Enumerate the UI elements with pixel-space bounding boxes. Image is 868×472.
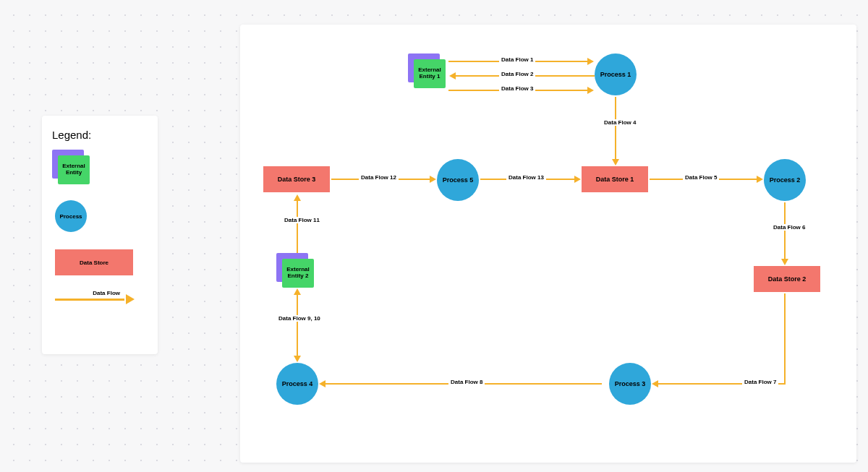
diagram-canvas[interactable]: ExternalEntity 1 Process 1 Data Store 3 …: [240, 25, 856, 463]
node-external-entity-2[interactable]: ExternalEntity 2: [276, 253, 312, 286]
legend-external-entity: ExternalEntity: [52, 150, 88, 183]
flow-11-label: Data Flow 11: [282, 217, 322, 223]
node-external-entity-1-label: ExternalEntity 1: [414, 59, 446, 88]
node-process-3-label: Process 3: [615, 380, 646, 387]
legend-process: Process: [55, 200, 87, 232]
flow-8-label: Data Flow 8: [448, 379, 485, 385]
flow-6-label: Data Flow 6: [771, 224, 807, 231]
node-data-store-3-label: Data Store 3: [278, 176, 316, 183]
flow-1-label: Data Flow 1: [499, 56, 535, 63]
flow-9-10-label: Data Flow 9, 10: [276, 315, 323, 322]
flow-3-label: Data Flow 3: [499, 85, 535, 92]
node-data-store-1[interactable]: Data Store 1: [582, 166, 648, 192]
node-data-store-2[interactable]: Data Store 2: [754, 266, 820, 292]
legend-process-label: Process: [59, 213, 82, 220]
node-process-4[interactable]: Process 4: [276, 363, 318, 405]
node-data-store-2-label: Data Store 2: [768, 275, 807, 283]
legend-data-store: Data Store: [55, 249, 133, 275]
legend-external-entity-label: ExternalEntity: [58, 155, 90, 184]
legend-data-store-label: Data Store: [80, 259, 109, 266]
node-process-4-label: Process 4: [282, 380, 313, 387]
node-process-2[interactable]: Process 2: [764, 159, 806, 201]
flow-12-label: Data Flow 12: [359, 174, 399, 181]
flow-7-label: Data Flow 7: [742, 379, 778, 385]
node-process-1[interactable]: Process 1: [595, 53, 637, 95]
node-external-entity-1[interactable]: ExternalEntity 1: [408, 53, 444, 87]
flow-4-label: Data Flow 4: [602, 119, 638, 126]
node-data-store-3[interactable]: Data Store 3: [263, 166, 330, 192]
flow-2-label: Data Flow 2: [499, 71, 535, 77]
legend-title: Legend:: [52, 129, 148, 141]
node-data-store-1-label: Data Store 1: [596, 176, 634, 183]
legend-data-flow: Data Flow: [55, 293, 135, 306]
flow-13-label: Data Flow 13: [506, 174, 546, 181]
legend-panel: Legend: ExternalEntity Process Data Stor…: [42, 116, 158, 354]
node-external-entity-2-label: ExternalEntity 2: [282, 259, 314, 288]
node-process-5-label: Process 5: [443, 176, 474, 184]
node-process-5[interactable]: Process 5: [437, 159, 479, 201]
node-process-1-label: Process 1: [600, 71, 631, 78]
legend-data-flow-label: Data Flow: [91, 290, 122, 296]
node-process-2-label: Process 2: [770, 176, 801, 184]
flow-5-label: Data Flow 5: [683, 174, 719, 181]
node-process-3[interactable]: Process 3: [609, 363, 651, 405]
